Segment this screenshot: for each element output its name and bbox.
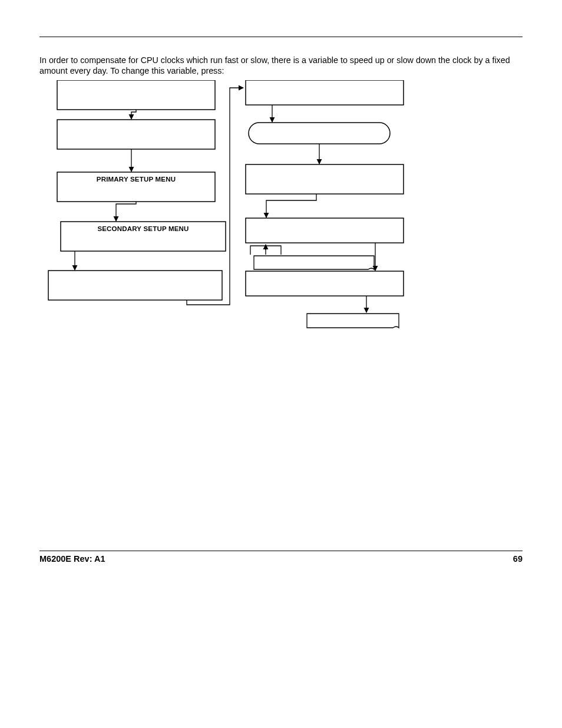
flowchart: PRIMARY SETUP MENU SECONDARY SETUP MENU — [39, 80, 428, 340]
flow-box-l2 — [57, 120, 215, 149]
top-rule — [39, 37, 523, 37]
intro-paragraph: In order to compensate for CPU clocks wh… — [39, 55, 523, 77]
flow-box-r4 — [246, 271, 404, 296]
flow-box-r2 — [246, 164, 404, 194]
flow-oval — [249, 123, 390, 144]
flow-box-l3-label: PRIMARY SETUP MENU — [97, 176, 176, 183]
flow-box-l4-label: SECONDARY SETUP MENU — [97, 225, 189, 232]
footer-page: 69 — [513, 554, 523, 564]
flow-box-l5 — [48, 271, 222, 300]
flow-box-r3 — [246, 218, 404, 243]
flow-box-l1 — [57, 80, 215, 110]
footer-rule — [39, 551, 523, 551]
footer-rev: M6200E Rev: A1 — [39, 554, 105, 564]
flow-note-r2 — [307, 314, 399, 328]
flow-note-r1 — [254, 256, 374, 269]
flow-box-r1 — [246, 80, 404, 105]
